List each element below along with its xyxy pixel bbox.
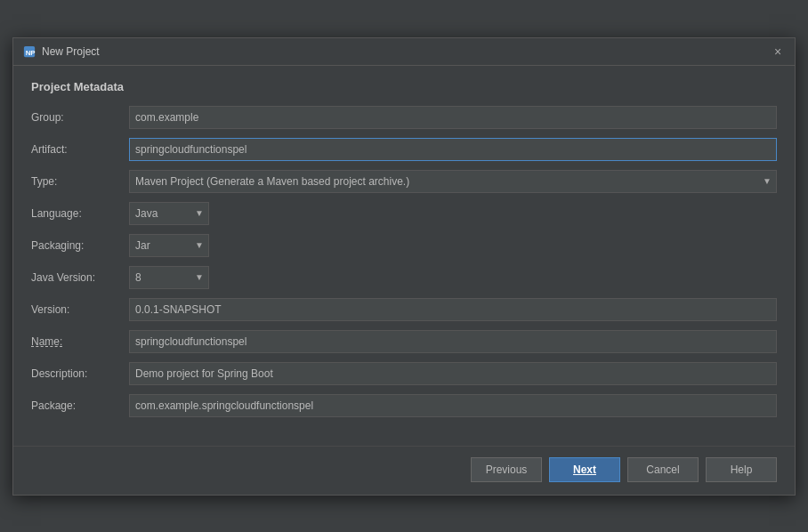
type-select[interactable]: Maven Project (Generate a Maven based pr… <box>129 170 777 193</box>
type-select-wrapper: Maven Project (Generate a Maven based pr… <box>129 170 777 193</box>
java-version-label: Java Version: <box>31 271 129 284</box>
help-button[interactable]: Help <box>706 457 777 482</box>
group-label: Group: <box>31 111 129 124</box>
artifact-row: Artifact: <box>31 138 777 161</box>
language-row: Language: Java Kotlin Groovy ▼ <box>31 202 777 225</box>
java-version-select-wrapper: 8 11 17 21 ▼ <box>129 266 209 289</box>
type-row: Type: Maven Project (Generate a Maven ba… <box>31 170 777 193</box>
name-input[interactable] <box>129 330 777 353</box>
type-label: Type: <box>31 175 129 188</box>
name-label: Name: <box>31 335 129 348</box>
artifact-input[interactable] <box>129 138 777 161</box>
description-input[interactable] <box>129 362 777 385</box>
svg-text:NP: NP <box>26 48 36 56</box>
java-version-select[interactable]: 8 11 17 21 <box>129 266 209 289</box>
section-title: Project Metadata <box>31 80 777 93</box>
package-label: Package: <box>31 399 129 412</box>
name-row: Name: <box>31 330 777 353</box>
app-icon: NP <box>22 44 36 59</box>
dialog-footer: Previous Next Cancel Help <box>13 446 795 495</box>
version-row: Version: <box>31 298 777 321</box>
package-input[interactable] <box>129 394 777 417</box>
previous-button[interactable]: Previous <box>471 457 542 482</box>
description-label: Description: <box>31 367 129 380</box>
version-input[interactable] <box>129 298 777 321</box>
description-row: Description: <box>31 362 777 385</box>
packaging-select-wrapper: Jar War ▼ <box>129 234 209 257</box>
java-version-row: Java Version: 8 11 17 21 ▼ <box>31 266 777 289</box>
group-row: Group: <box>31 106 777 129</box>
language-label: Language: <box>31 207 129 220</box>
group-input[interactable] <box>129 106 777 129</box>
language-select[interactable]: Java Kotlin Groovy <box>129 202 209 225</box>
language-select-wrapper: Java Kotlin Groovy ▼ <box>129 202 209 225</box>
next-button[interactable]: Next <box>549 457 620 482</box>
dialog-body: Project Metadata Group: Artifact: Type: … <box>13 66 795 437</box>
artifact-label: Artifact: <box>31 143 129 156</box>
cancel-button[interactable]: Cancel <box>627 457 699 482</box>
close-button[interactable]: × <box>770 44 786 60</box>
packaging-label: Packaging: <box>31 239 129 252</box>
packaging-row: Packaging: Jar War ▼ <box>31 234 777 257</box>
packaging-select[interactable]: Jar War <box>129 234 209 257</box>
package-row: Package: <box>31 394 777 417</box>
title-bar: NP New Project × <box>13 38 795 66</box>
version-label: Version: <box>31 303 129 316</box>
dialog-title: New Project <box>42 45 770 58</box>
new-project-dialog: NP New Project × Project Metadata Group:… <box>12 37 796 496</box>
